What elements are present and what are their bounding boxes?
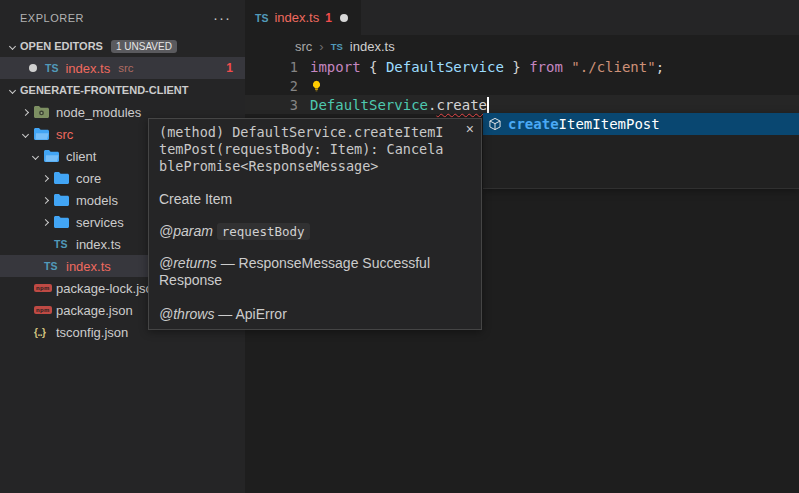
unsaved-count-badge: 1 UNSAVED — [111, 40, 177, 53]
suggest-widget: createItemItemPost — [483, 113, 799, 189]
code-token: ; — [656, 59, 664, 75]
ts-icon: TS — [255, 12, 268, 24]
tree-item-label: core — [76, 171, 101, 186]
chevron-right-icon — [36, 198, 54, 203]
npm-icon: npm — [34, 284, 52, 292]
tab-index-ts[interactable]: TS index.ts 1 — [245, 0, 361, 35]
suggest-list-body — [483, 135, 799, 189]
code-token: } — [504, 59, 529, 75]
tree-item-label: services — [76, 215, 124, 230]
chevron-right-icon — [36, 220, 54, 225]
open-editor-item-index-ts[interactable]: TS index.ts src 1 — [0, 57, 245, 79]
folder-icon — [54, 194, 69, 206]
tree-item-label: node_modules — [56, 105, 141, 120]
line-number: 3 — [245, 97, 298, 113]
tree-item-label: package.json — [56, 303, 133, 318]
dash: — — [218, 306, 232, 322]
code-token: DefaultService — [310, 97, 428, 113]
code-line-3[interactable]: 3DefaultService.create — [245, 95, 799, 114]
code-token: DefaultService — [386, 59, 504, 75]
problems-count-badge: 1 — [226, 61, 233, 75]
doc-summary: Create Item — [159, 191, 471, 208]
param-code: requestBody — [217, 223, 310, 240]
tree-item-label: src — [56, 127, 73, 142]
suggest-details-widget: × (method) DefaultService.createItemI te… — [148, 118, 482, 330]
open-editors-section-header[interactable]: OPEN EDITORS 1 UNSAVED — [0, 35, 245, 57]
code-token: "./client" — [571, 59, 655, 75]
returns-tag: @returns — [159, 255, 217, 271]
explorer-header: EXPLORER ··· — [0, 0, 245, 35]
code-line-2[interactable]: 2 — [245, 76, 799, 95]
lightbulb-icon[interactable] — [310, 80, 323, 93]
tree-item-label: package-lock.json — [56, 281, 160, 296]
node-modules-folder-icon — [34, 106, 49, 118]
chevron-down-icon — [16, 132, 34, 137]
symbol-cube-icon — [488, 117, 502, 131]
tab-problems-badge: 1 — [325, 11, 332, 25]
tree-item-label: index.ts — [76, 237, 121, 252]
folder-open-icon — [44, 150, 59, 162]
code-token: import — [310, 59, 361, 75]
code-token: from — [529, 59, 563, 75]
doc-throws-row: @throws — ApiError — [159, 306, 471, 323]
workspace-label: GENERATE-FRONTEND-CLIENT — [20, 84, 188, 96]
tree-item-label: tsconfig.json — [56, 325, 128, 340]
ts-icon: TS — [45, 62, 58, 74]
chevron-down-icon — [4, 88, 20, 93]
tree-item-label: client — [66, 149, 96, 164]
breadcrumb: src › TS index.ts — [245, 35, 799, 57]
param-tag: @param — [159, 223, 213, 239]
code-token: { — [361, 59, 386, 75]
npm-icon: npm — [34, 306, 52, 314]
line-number: 1 — [245, 59, 298, 75]
open-editor-file-path: src — [118, 62, 133, 74]
braces-icon: {..} — [34, 327, 45, 338]
modified-dot-icon — [29, 64, 37, 72]
chevron-down-icon — [26, 154, 44, 159]
more-actions-icon[interactable]: ··· — [213, 13, 231, 23]
ts-icon: TS — [54, 238, 67, 250]
tree-item-label: models — [76, 193, 118, 208]
dash: — — [221, 255, 235, 271]
tab-bar: TS index.ts 1 — [245, 0, 799, 35]
doc-param-row: @param requestBody — [159, 223, 471, 240]
ts-icon: TS — [44, 260, 57, 272]
open-editor-file-name: index.ts — [65, 61, 110, 76]
code-line-1[interactable]: 1import { DefaultService } from "./clien… — [245, 57, 799, 76]
throws-tag: @throws — [159, 306, 214, 322]
tree-item-label: index.ts — [66, 259, 111, 274]
folder-icon — [54, 216, 69, 228]
code-token: create — [436, 97, 487, 113]
breadcrumb-file[interactable]: index.ts — [350, 39, 395, 54]
open-editors-label: OPEN EDITORS — [20, 40, 103, 52]
tab-label: index.ts — [274, 10, 319, 25]
workspace-section-header[interactable]: GENERATE-FRONTEND-CLIENT — [0, 79, 245, 101]
ts-icon: TS — [331, 41, 343, 52]
chevron-down-icon — [4, 44, 20, 49]
folder-open-icon — [34, 128, 49, 140]
signature-line: (method) DefaultService.createItemI — [159, 124, 471, 141]
text-cursor-icon — [487, 97, 489, 113]
close-icon[interactable]: × — [466, 121, 474, 137]
doc-returns-row: @returns — ResponseMessage Successful Re… — [159, 255, 459, 289]
code-area[interactable]: 1import { DefaultService } from "./clien… — [245, 57, 799, 114]
folder-icon — [54, 172, 69, 184]
chevron-right-icon — [16, 110, 34, 115]
breadcrumb-separator-icon: › — [319, 39, 323, 54]
signature-line: blePromise<ResponseMessage> — [159, 158, 471, 175]
breadcrumb-folder[interactable]: src — [295, 39, 312, 54]
throws-text: ApiError — [235, 306, 286, 322]
suggest-item-label: createItemItemPost — [508, 116, 660, 132]
explorer-title: EXPLORER — [20, 12, 213, 24]
code-token: . — [428, 97, 436, 113]
vscode-window: EXPLORER ··· OPEN EDITORS 1 UNSAVED TS i… — [0, 0, 799, 493]
signature-line: temPost(requestBody: Item): Cancela — [159, 141, 471, 158]
suggest-item-createItemItemPost[interactable]: createItemItemPost — [483, 113, 799, 135]
unsaved-dot-icon[interactable] — [340, 14, 348, 22]
chevron-right-icon — [36, 176, 54, 181]
line-number: 2 — [245, 78, 298, 94]
code-token — [563, 59, 571, 75]
